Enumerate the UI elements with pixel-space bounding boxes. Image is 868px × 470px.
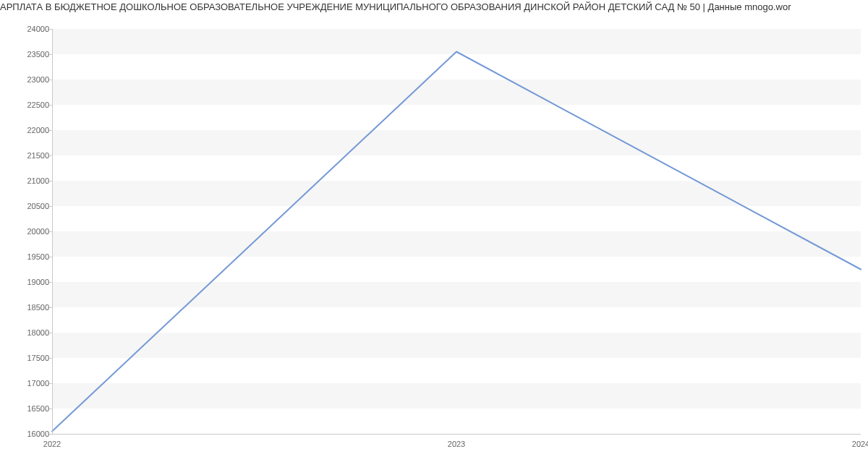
plot-area	[52, 29, 861, 434]
y-tick-label: 16000	[6, 430, 49, 438]
y-tick-label: 19500	[6, 252, 49, 261]
y-tick-label: 20000	[6, 227, 49, 236]
x-tick-label: 2022	[43, 440, 61, 448]
y-tick-label: 19000	[6, 278, 49, 286]
y-tick-label: 16500	[6, 404, 49, 413]
chart-title: АРПЛАТА В БЮДЖЕТНОЕ ДОШКОЛЬНОЕ ОБРАЗОВАТ…	[0, 1, 868, 12]
y-tick-label: 21000	[6, 176, 49, 185]
salary-line-chart: АРПЛАТА В БЮДЖЕТНОЕ ДОШКОЛЬНОЕ ОБРАЗОВАТ…	[0, 0, 868, 470]
y-tick-label: 23000	[6, 75, 49, 84]
y-tick-label: 18500	[6, 303, 49, 312]
y-tick-label: 21500	[6, 151, 49, 160]
y-tick-label: 17000	[6, 379, 49, 388]
x-tick-label: 2024	[852, 440, 868, 448]
y-tick-label: 18000	[6, 328, 49, 337]
y-tick-label: 22000	[6, 126, 49, 134]
line-series	[52, 29, 861, 434]
y-tick-label: 22500	[6, 101, 49, 109]
y-tick-label: 17500	[6, 354, 49, 362]
y-tick-label: 24000	[6, 25, 49, 33]
y-axis	[52, 29, 53, 434]
y-tick-label: 23500	[6, 50, 49, 59]
y-tick-label: 20500	[6, 202, 49, 210]
x-axis	[52, 434, 861, 435]
x-tick-label: 2023	[448, 440, 465, 448]
